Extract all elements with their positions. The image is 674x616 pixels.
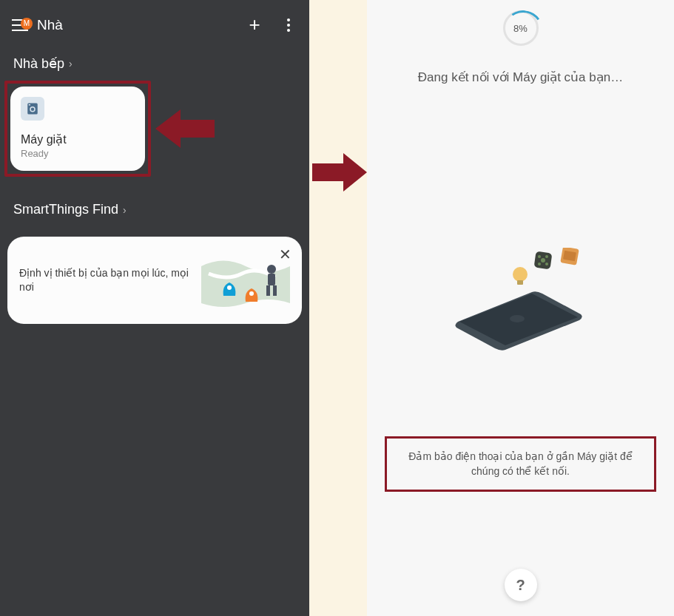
progress-percent: 8%	[503, 10, 539, 46]
device-name: Máy giặt	[21, 132, 135, 146]
close-icon[interactable]: ✕	[279, 246, 291, 263]
more-icon[interactable]	[280, 16, 297, 34]
svg-point-18	[541, 258, 545, 263]
svg-rect-7	[268, 274, 275, 285]
washer-icon	[21, 97, 44, 121]
device-status: Ready	[21, 148, 135, 159]
menu-badge: M	[21, 18, 33, 30]
chevron-right-icon: ›	[123, 204, 127, 216]
arrow-annotation-left	[155, 106, 215, 151]
svg-point-6	[267, 265, 276, 274]
svg-point-14	[538, 255, 541, 258]
svg-point-15	[545, 255, 548, 258]
section-label: SmartThings Find	[13, 202, 118, 217]
section-smartthings-find[interactable]: SmartThings Find ›	[0, 196, 309, 226]
connecting-illustration	[367, 248, 674, 359]
svg-point-5	[249, 291, 254, 296]
svg-point-16	[538, 263, 541, 265]
chevron-right-icon: ›	[69, 58, 73, 70]
svg-point-17	[545, 263, 548, 265]
washer-device-card[interactable]: Máy giặt Ready	[10, 87, 145, 171]
smartthings-home-screen: M Nhà + Nhà bếp › Máy giặt Ready	[0, 0, 309, 616]
add-icon[interactable]: +	[246, 13, 263, 36]
svg-rect-3	[29, 104, 30, 106]
help-icon: ?	[516, 577, 525, 594]
section-label: Nhà bếp	[13, 55, 64, 72]
arrow-annotation-right	[312, 151, 367, 194]
connecting-screen: 8% Đang kết nối với Máy giặt của bạn…	[367, 0, 674, 616]
instruction-highlight: Đảm bảo điện thoại của bạn ở gần Máy giặ…	[385, 436, 656, 492]
svg-point-4	[227, 285, 232, 290]
svg-rect-12	[517, 280, 523, 285]
smartthings-find-card[interactable]: Định vị thiết bị của bạn mọi lúc, mọi nơ…	[7, 237, 302, 324]
app-header: M Nhà +	[0, 0, 309, 50]
find-illustration	[201, 251, 290, 309]
svg-rect-8	[266, 285, 270, 296]
home-title[interactable]: Nhà	[37, 17, 238, 33]
svg-point-10	[510, 315, 525, 322]
svg-point-2	[31, 108, 35, 112]
find-card-text: Định vị thiết bị của bạn mọi lúc, mọi nơ…	[19, 266, 194, 294]
menu-icon[interactable]: M	[12, 16, 30, 34]
section-kitchen[interactable]: Nhà bếp ›	[0, 50, 309, 81]
svg-rect-9	[273, 285, 277, 296]
connecting-message: Đang kết nối với Máy giặt của bạn…	[367, 70, 674, 85]
progress-indicator: 8%	[503, 10, 539, 46]
help-button[interactable]: ?	[505, 569, 537, 601]
device-highlight: Máy giặt Ready	[4, 81, 151, 177]
svg-point-11	[513, 267, 528, 282]
instruction-text: Đảm bảo điện thoại của bạn ở gần Máy giặ…	[408, 450, 632, 477]
